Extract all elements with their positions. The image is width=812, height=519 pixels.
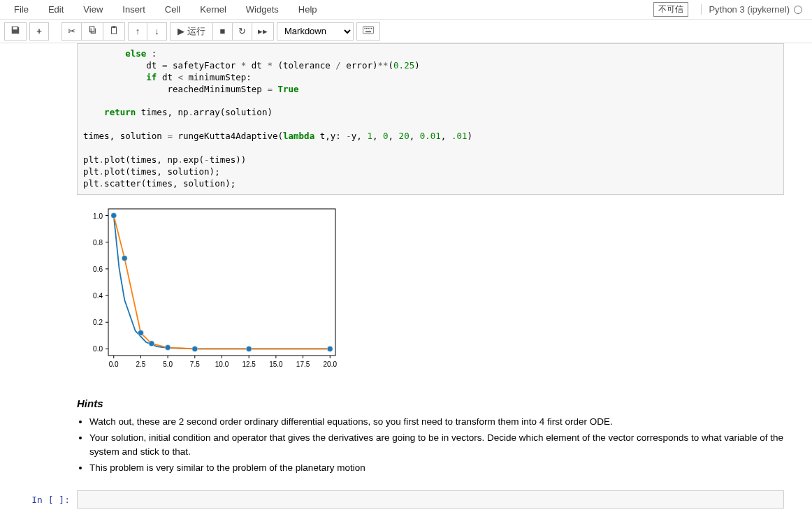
cell-prompt: In [ ]: (0, 490, 77, 509)
svg-rect-5 (371, 28, 372, 29)
svg-rect-1 (364, 28, 365, 29)
scissors-icon: ✂ (68, 26, 75, 36)
svg-text:0.2: 0.2 (93, 319, 103, 326)
save-icon (10, 25, 20, 37)
svg-point-40 (138, 330, 143, 335)
svg-text:0.4: 0.4 (93, 292, 103, 300)
menubar: FileEditViewInsertCellKernelWidgetsHelp … (0, 0, 812, 20)
menu-kernel[interactable]: Kernel (190, 1, 236, 17)
svg-text:2.5: 2.5 (136, 360, 145, 368)
hint-item: Watch out, these are 2 second order ordi… (89, 415, 784, 429)
hints-heading: Hints (77, 397, 784, 409)
svg-text:0.8: 0.8 (93, 238, 103, 246)
code-editor[interactable] (77, 490, 784, 509)
move-down-button[interactable]: ↓ (147, 22, 167, 41)
fast-forward-icon: ▸▸ (258, 26, 268, 36)
svg-rect-6 (365, 31, 371, 33)
svg-rect-0 (363, 27, 373, 34)
stop-button[interactable]: ■ (213, 22, 233, 41)
plot-figure: 0.00.20.40.60.81.00.02.55.07.510.012.515… (77, 202, 342, 377)
run-button[interactable]: ▶ 运行 (170, 22, 213, 41)
move-up-button[interactable]: ↑ (128, 22, 147, 41)
toolbar: + ✂ ↑ ↓ ▶ 运行 ■ ↻ (0, 20, 812, 43)
plus-icon: + (36, 26, 42, 36)
svg-point-38 (111, 212, 117, 218)
svg-text:17.5: 17.5 (296, 360, 310, 368)
svg-text:10.0: 10.0 (215, 360, 229, 368)
cell-prompt (0, 43, 77, 478)
menu-view[interactable]: View (73, 1, 113, 17)
notebook-area[interactable]: else : dt = safetyFactor * dt * (toleran… (0, 43, 812, 519)
svg-text:0.0: 0.0 (109, 360, 119, 368)
copy-icon (87, 25, 97, 37)
cut-button[interactable]: ✂ (61, 22, 82, 41)
empty-code-cell[interactable]: In [ ]: (0, 490, 812, 509)
menu-cell[interactable]: Cell (155, 1, 190, 17)
play-icon: ▶ (177, 26, 184, 36)
kernel-status-icon[interactable] (794, 6, 802, 14)
copy-button[interactable] (82, 22, 103, 41)
command-palette-button[interactable] (356, 22, 380, 41)
restart-button[interactable]: ↻ (233, 22, 252, 41)
hint-item: This problem is very similar to the prob… (89, 461, 784, 475)
add-cell-button[interactable]: + (29, 22, 49, 41)
svg-text:0.6: 0.6 (93, 265, 103, 272)
save-button[interactable] (4, 22, 27, 41)
menu-widgets[interactable]: Widgets (236, 1, 289, 17)
clipboard-icon (109, 25, 119, 37)
svg-rect-2 (366, 28, 368, 29)
svg-point-43 (192, 346, 198, 351)
stop-icon: ■ (220, 26, 226, 36)
menu-file[interactable]: File (4, 1, 38, 17)
svg-text:1.0: 1.0 (93, 212, 103, 219)
run-label: 运行 (187, 25, 205, 38)
svg-point-42 (165, 344, 171, 350)
arrow-up-icon: ↑ (136, 26, 140, 36)
keyboard-icon (363, 26, 374, 36)
menu-insert[interactable]: Insert (113, 1, 155, 17)
hint-item: Your solution, initial condition and ope… (89, 431, 784, 458)
plot-output: 0.00.20.40.60.81.00.02.55.07.510.012.515… (77, 202, 784, 377)
arrow-down-icon: ↓ (154, 26, 159, 36)
menu-help[interactable]: Help (289, 1, 327, 17)
svg-point-41 (149, 340, 154, 346)
restart-icon: ↻ (238, 26, 246, 36)
svg-point-44 (246, 346, 252, 351)
trust-indicator[interactable]: 不可信 (653, 2, 688, 17)
restart-run-all-button[interactable]: ▸▸ (252, 22, 274, 41)
code-cell[interactable]: else : dt = safetyFactor * dt * (toleran… (0, 43, 812, 478)
svg-text:15.0: 15.0 (269, 360, 283, 368)
svg-point-45 (327, 346, 333, 351)
svg-point-39 (122, 255, 127, 261)
paste-button[interactable] (103, 22, 125, 41)
svg-text:7.5: 7.5 (190, 360, 200, 368)
svg-text:0.0: 0.0 (93, 345, 103, 353)
code-editor[interactable]: else : dt = safetyFactor * dt * (toleran… (77, 43, 784, 195)
svg-text:20.0: 20.0 (324, 360, 338, 368)
hints-list: Watch out, these are 2 second order ordi… (89, 415, 784, 475)
svg-text:12.5: 12.5 (242, 360, 256, 368)
svg-rect-3 (368, 28, 369, 29)
cell-type-select[interactable]: Markdown (277, 22, 354, 41)
svg-rect-4 (370, 28, 371, 29)
menu-edit[interactable]: Edit (38, 1, 73, 17)
kernel-name[interactable]: Python 3 (ipykernel) (701, 4, 790, 15)
hints-section: Hints Watch out, these are 2 second orde… (77, 397, 784, 475)
svg-text:5.0: 5.0 (163, 360, 173, 368)
